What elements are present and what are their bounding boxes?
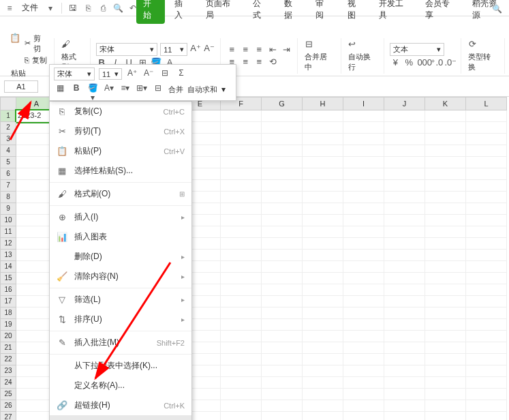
col-head[interactable]: K xyxy=(425,97,466,110)
col-head[interactable]: H xyxy=(303,97,343,110)
cell[interactable] xyxy=(303,296,343,308)
cell[interactable] xyxy=(425,400,466,412)
cell[interactable] xyxy=(221,192,262,203)
cell[interactable] xyxy=(262,157,303,168)
cell[interactable] xyxy=(384,354,425,365)
cell[interactable] xyxy=(466,157,507,168)
col-head[interactable]: L xyxy=(466,97,507,110)
col-head[interactable]: J xyxy=(384,97,425,110)
tab-start[interactable]: 开始 xyxy=(136,0,165,24)
cell[interactable] xyxy=(343,250,384,261)
cell[interactable] xyxy=(425,122,466,134)
cell[interactable] xyxy=(343,342,384,354)
wrap-icon[interactable]: ↩ xyxy=(347,39,358,50)
cell[interactable] xyxy=(262,389,303,400)
cell[interactable] xyxy=(384,296,425,308)
cell[interactable] xyxy=(343,308,384,319)
currency-icon[interactable]: ¥ xyxy=(390,57,401,68)
cell[interactable] xyxy=(384,145,425,157)
cell[interactable] xyxy=(466,215,507,226)
cell[interactable] xyxy=(262,284,303,296)
merge-icon[interactable]: ⊟ xyxy=(303,39,314,50)
cell[interactable] xyxy=(262,203,303,215)
cell[interactable] xyxy=(303,308,343,319)
cell[interactable] xyxy=(466,180,507,192)
cell-style-icon[interactable]: ▦ xyxy=(54,83,66,95)
tab-data[interactable]: 数据 xyxy=(277,0,306,24)
row-head[interactable]: 2 xyxy=(0,122,16,134)
row-head[interactable]: 19 xyxy=(0,319,16,331)
cell[interactable] xyxy=(384,261,425,273)
name-box[interactable]: A1 xyxy=(4,80,38,93)
percent-icon[interactable]: % xyxy=(403,57,414,68)
cell[interactable] xyxy=(425,284,466,296)
cell[interactable] xyxy=(343,296,384,308)
cell[interactable] xyxy=(425,273,466,284)
dec-inc-icon[interactable]: ⁺.0 xyxy=(431,57,442,68)
cell[interactable] xyxy=(466,365,507,377)
decrease-font-icon[interactable]: A⁻ xyxy=(142,68,155,80)
cell[interactable] xyxy=(425,296,466,308)
cell[interactable] xyxy=(384,319,425,331)
cell[interactable] xyxy=(425,365,466,377)
row-head[interactable]: 27 xyxy=(0,412,16,420)
row-head[interactable]: 22 xyxy=(0,354,16,365)
row-head[interactable]: 15 xyxy=(0,273,16,284)
cell[interactable] xyxy=(384,412,425,420)
context-menu-item[interactable]: ⊕插入(I)▸ xyxy=(50,207,191,227)
cell[interactable] xyxy=(466,203,507,215)
cell[interactable] xyxy=(343,273,384,284)
cell[interactable] xyxy=(466,261,507,273)
cell[interactable] xyxy=(262,308,303,319)
row-head[interactable]: 7 xyxy=(0,180,16,192)
tab-review[interactable]: 审阅 xyxy=(309,0,337,24)
search-icon[interactable]: 🔍 xyxy=(492,4,502,14)
cell[interactable] xyxy=(425,377,466,389)
cell[interactable] xyxy=(384,180,425,192)
auto-wrap-label[interactable]: 自动换行 xyxy=(347,51,379,73)
cell[interactable] xyxy=(384,389,425,400)
cell[interactable] xyxy=(384,110,425,122)
row-head[interactable]: 12 xyxy=(0,238,16,250)
cell[interactable] xyxy=(466,331,507,342)
cell[interactable] xyxy=(384,377,425,389)
tab-insert[interactable]: 插入 xyxy=(168,0,196,24)
cell[interactable] xyxy=(262,342,303,354)
cell[interactable] xyxy=(466,168,507,180)
cell[interactable] xyxy=(221,180,262,192)
cell[interactable] xyxy=(221,250,262,261)
cell[interactable] xyxy=(343,122,384,134)
cell[interactable] xyxy=(303,377,343,389)
tab-member[interactable]: 会员专享 xyxy=(418,0,462,24)
cell[interactable] xyxy=(384,203,425,215)
cell[interactable] xyxy=(384,134,425,145)
cell[interactable] xyxy=(221,308,262,319)
cell[interactable] xyxy=(221,261,262,273)
tab-formulas[interactable]: 公式 xyxy=(246,0,275,24)
cell[interactable] xyxy=(221,412,262,420)
cell[interactable] xyxy=(384,226,425,238)
context-menu-item[interactable]: ⇅排序(U)▸ xyxy=(50,310,191,329)
cell[interactable] xyxy=(303,250,343,261)
cell[interactable] xyxy=(303,331,343,342)
cell[interactable] xyxy=(384,157,425,168)
cell[interactable] xyxy=(343,238,384,250)
row-head[interactable]: 10 xyxy=(0,215,16,226)
cell[interactable] xyxy=(425,110,466,122)
cell[interactable] xyxy=(221,238,262,250)
bold-icon[interactable]: B xyxy=(70,83,82,95)
font-select[interactable]: 宋体▾ xyxy=(96,43,157,56)
border-icon[interactable]: ⊞▾ xyxy=(136,83,148,95)
row-head[interactable]: 16 xyxy=(0,284,16,296)
align-center-icon[interactable]: ≡ xyxy=(240,57,251,68)
row-head[interactable]: 26 xyxy=(0,400,16,412)
cell[interactable] xyxy=(343,331,384,342)
cell[interactable] xyxy=(466,238,507,250)
cell[interactable] xyxy=(221,389,262,400)
type-convert-label[interactable]: 类型转换 xyxy=(467,51,499,73)
cell[interactable] xyxy=(303,145,343,157)
cell[interactable] xyxy=(425,134,466,145)
cell[interactable] xyxy=(343,168,384,180)
cell[interactable] xyxy=(221,226,262,238)
format-painter-icon[interactable]: 🖌 xyxy=(60,39,71,50)
